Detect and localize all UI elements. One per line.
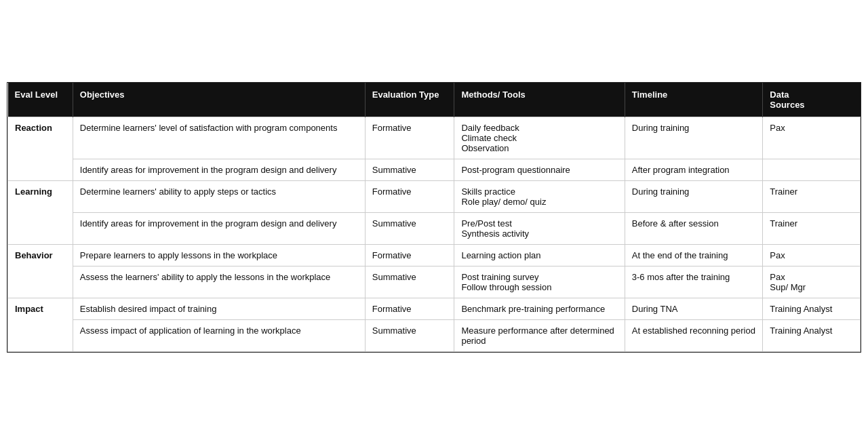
eval-level-cell: Learning — [8, 180, 73, 244]
data-sources-cell: Trainer — [763, 212, 861, 244]
data-sources-cell: Training Analyst — [763, 319, 861, 351]
data-sources-cell: Trainer — [763, 180, 861, 212]
data-sources-cell: Pax — [763, 244, 861, 266]
table-row: BehaviorPrepare learners to apply lesson… — [8, 244, 861, 266]
methods-cell: Post training survey Follow through sess… — [454, 266, 625, 298]
header-eval-type: Evaluation Type — [365, 83, 454, 117]
eval-type-cell: Summative — [365, 212, 454, 244]
timeline-cell: During TNA — [625, 298, 763, 319]
eval-type-cell: Summative — [365, 319, 454, 351]
eval-type-cell: Summative — [365, 159, 454, 180]
table-row: ImpactEstablish desired impact of traini… — [8, 298, 861, 319]
data-sources-cell: Training Analyst — [763, 298, 861, 319]
objective-cell: Determine learners' ability to apply ste… — [73, 180, 365, 212]
eval-type-cell: Formative — [365, 298, 454, 319]
objective-cell: Assess the learners' ability to apply th… — [73, 266, 365, 298]
methods-cell: Post-program questionnaire — [454, 159, 625, 180]
timeline-cell: At the end of the training — [625, 244, 763, 266]
methods-cell: Learning action plan — [454, 244, 625, 266]
header-timeline: Timeline — [625, 83, 763, 117]
timeline-cell: 3-6 mos after the training — [625, 266, 763, 298]
eval-level-cell: Behavior — [8, 244, 73, 298]
timeline-cell: After program integration — [625, 159, 763, 180]
objective-cell: Assess impact of application of learning… — [73, 319, 365, 351]
objective-cell: Identify areas for improvement in the pr… — [73, 159, 365, 180]
eval-level-cell: Reaction — [8, 117, 73, 180]
eval-type-cell: Formative — [365, 244, 454, 266]
data-sources-cell — [763, 159, 861, 180]
table-row: LearningDetermine learners' ability to a… — [8, 180, 861, 212]
objective-cell: Identify areas for improvement in the pr… — [73, 212, 365, 244]
timeline-cell: During training — [625, 117, 763, 159]
methods-cell: Benchmark pre-training performance — [454, 298, 625, 319]
table-row: Identify areas for improvement in the pr… — [8, 212, 861, 244]
eval-level-cell: Impact — [8, 298, 73, 351]
table-row: Assess the learners' ability to apply th… — [8, 266, 861, 298]
table-row: Assess impact of application of learning… — [8, 319, 861, 351]
eval-type-cell: Formative — [365, 180, 454, 212]
table-row: Identify areas for improvement in the pr… — [8, 159, 861, 180]
methods-cell: Measure performance after determined per… — [454, 319, 625, 351]
header-objectives: Objectives — [73, 83, 365, 117]
eval-type-cell: Summative — [365, 266, 454, 298]
data-sources-cell: Pax — [763, 117, 861, 159]
objective-cell: Determine learners' level of satisfactio… — [73, 117, 365, 159]
objective-cell: Establish desired impact of training — [73, 298, 365, 319]
objective-cell: Prepare learners to apply lessons in the… — [73, 244, 365, 266]
header-eval-level: Eval Level — [8, 83, 73, 117]
methods-cell: Daily feedback Climate check Observation — [454, 117, 625, 159]
data-sources-cell: Pax Sup/ Mgr — [763, 266, 861, 298]
methods-cell: Pre/Post test Synthesis activity — [454, 212, 625, 244]
timeline-cell: During training — [625, 180, 763, 212]
timeline-cell: At established reconning period — [625, 319, 763, 351]
table-row: ReactionDetermine learners' level of sat… — [8, 117, 861, 159]
timeline-cell: Before & after session — [625, 212, 763, 244]
methods-cell: Skills practice Role play/ demo/ quiz — [454, 180, 625, 212]
header-data-sources: Data Sources — [763, 83, 861, 117]
header-methods: Methods/ Tools — [454, 83, 625, 117]
eval-type-cell: Formative — [365, 117, 454, 159]
